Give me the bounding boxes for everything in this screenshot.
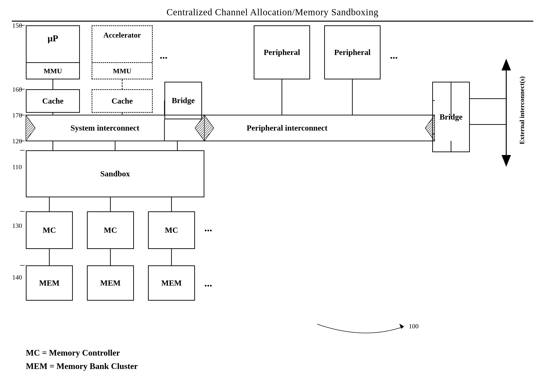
- mem-2-box: MEM: [87, 265, 134, 301]
- ext-interconnect-text: External interconnect(s): [518, 76, 526, 144]
- sandbox-label: Sandbox: [100, 169, 130, 178]
- peripheral-2-label: Peripheral: [334, 48, 371, 57]
- mc-3-box: MC: [148, 211, 195, 249]
- up-box: μP MMU: [26, 25, 80, 80]
- mc-3-label: MC: [165, 226, 178, 235]
- svg-text:150: 150: [12, 22, 22, 29]
- cache-solid-label: Cache: [42, 97, 64, 105]
- svg-text:...: ...: [204, 222, 212, 234]
- mc-definition: MC = Memory Controller: [26, 346, 138, 360]
- svg-text:Peripheral interconnect: Peripheral interconnect: [247, 123, 328, 132]
- mem-1-label: MEM: [39, 279, 60, 288]
- svg-text:100: 100: [409, 323, 419, 330]
- diagram-title: Centralized Channel Allocation/Memory Sa…: [0, 6, 545, 18]
- peripheral-1-label: Peripheral: [264, 48, 300, 57]
- svg-marker-28: [502, 59, 511, 70]
- mc-2-label: MC: [104, 226, 117, 235]
- acc-mmu: MMU: [92, 62, 152, 79]
- mem-definition: MEM = Memory Bank Cluster: [26, 360, 138, 373]
- svg-text:110: 110: [12, 163, 22, 171]
- svg-marker-4: [204, 115, 214, 141]
- svg-text:System interconnect: System interconnect: [70, 123, 140, 132]
- svg-marker-29: [502, 155, 511, 167]
- sandbox-box: Sandbox: [26, 150, 204, 197]
- svg-text:...: ...: [204, 277, 212, 289]
- top-border: [12, 21, 533, 22]
- svg-text:...: ...: [390, 49, 398, 61]
- accelerator-label: Accelerator: [92, 31, 152, 39]
- svg-text:160: 160: [12, 86, 22, 93]
- up-mmu: MMU: [26, 62, 79, 79]
- svg-text:170: 170: [12, 111, 22, 119]
- svg-text:120: 120: [12, 137, 22, 145]
- mem-3-label: MEM: [161, 279, 182, 288]
- cache-dashed-box: Cache: [92, 89, 153, 113]
- mem-3-box: MEM: [148, 265, 195, 301]
- svg-text:...: ...: [160, 49, 167, 61]
- accelerator-box: Accelerator MMU: [92, 25, 153, 80]
- legend: MC = Memory Controller MEM = Memory Bank…: [26, 346, 138, 373]
- bridge-right-label: Bridge: [440, 112, 463, 122]
- cache-solid-box: Cache: [26, 89, 80, 113]
- cache-dashed-label: Cache: [111, 97, 133, 105]
- svg-text:130: 130: [12, 222, 22, 229]
- mc-1-box: MC: [26, 211, 73, 249]
- diagram-container: Centralized Channel Allocation/Memory Sa…: [0, 0, 545, 392]
- mem-1-box: MEM: [26, 265, 73, 301]
- external-interconnect-label: External interconnect(s): [515, 66, 529, 155]
- mc-2-box: MC: [87, 211, 134, 249]
- svg-marker-52: [399, 324, 404, 329]
- peripheral-2-box: Peripheral: [324, 25, 381, 80]
- svg-text:140: 140: [12, 274, 22, 281]
- mc-1-label: MC: [43, 226, 56, 235]
- peripheral-1-box: Peripheral: [254, 25, 310, 80]
- bridge-right-box: Bridge: [432, 82, 470, 152]
- bridge-left-box: Bridge: [164, 82, 202, 119]
- up-label: μP: [26, 33, 79, 43]
- bridge-left-label: Bridge: [172, 96, 195, 105]
- svg-marker-0: [26, 115, 35, 141]
- mem-2-label: MEM: [100, 279, 121, 288]
